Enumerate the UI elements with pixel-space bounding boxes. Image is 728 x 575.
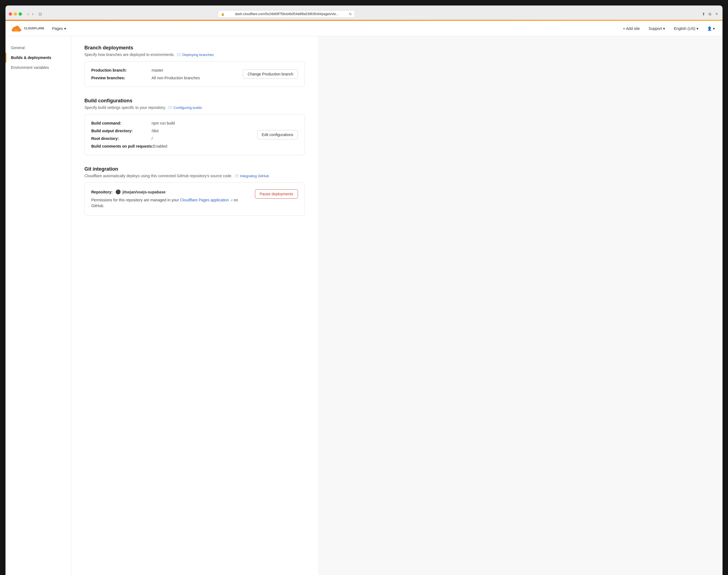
branch-deployments-card-inner: Production branch: master Preview branch… [91, 68, 298, 80]
branch-deployments-fields: Production branch: master Preview branch… [91, 68, 236, 80]
sidebar-item-builds-deployments[interactable]: Builds & deployments [5, 53, 71, 63]
reload-button[interactable]: ↻ [349, 12, 352, 16]
sidebar-item-builds-label: Builds & deployments [11, 56, 51, 60]
deploying-branches-link-label: Deploying branches [182, 53, 214, 57]
build-configurations-section: Build configurations Specify build setti… [84, 98, 305, 155]
back-button[interactable]: ‹ [26, 11, 30, 17]
address-text: dash.cloudflare.com/5e24b69f758cb4b054dd… [226, 12, 347, 16]
sidebar-toggle-button[interactable]: ⊡ [37, 11, 44, 17]
maximize-button[interactable] [19, 12, 22, 15]
build-configurations-title: Build configurations [84, 98, 305, 104]
support-label: Support [649, 26, 662, 31]
integrating-github-link[interactable]: 📄 Integrating GitHub [234, 174, 269, 178]
forward-button[interactable]: › [31, 11, 35, 17]
user-chevron: ▾ [713, 26, 715, 31]
git-integration-action: Pause deployments [248, 189, 298, 199]
git-integration-desc-text: Cloudflare automatically deploys using t… [84, 174, 232, 178]
add-site-button[interactable]: + Add site [621, 25, 642, 32]
add-site-label: + Add site [623, 26, 640, 31]
close-button[interactable] [9, 12, 12, 15]
sidebar-item-env-variables[interactable]: Environment variables [5, 63, 71, 72]
build-output-row: Build output directory: /dist [91, 129, 251, 133]
permissions-text: Permissions for this repository are mana… [91, 197, 248, 209]
pause-deployments-button[interactable]: Pause deployments [255, 189, 298, 199]
sidebar-item-general[interactable]: General [5, 43, 71, 53]
build-output-value: /dist [152, 129, 159, 133]
build-output-label: Build output directory: [91, 129, 152, 133]
share-button[interactable]: ⬆ [701, 11, 706, 17]
add-tab-button[interactable]: + [714, 11, 719, 17]
integrating-github-doc-icon: 📄 [234, 174, 239, 177]
build-comments-label: Build comments on pull requests: [91, 144, 153, 148]
cf-pages-link-text: Cloudflare Pages application [180, 198, 229, 202]
build-configurations-card-inner: Build command: npm run build Build outpu… [91, 121, 298, 148]
root-directory-value: / [152, 136, 153, 141]
support-button[interactable]: Support ▾ [646, 25, 667, 32]
git-integration-title: Git integration [84, 166, 305, 172]
repository-name: jitsejan/vuejs-supabase [122, 190, 166, 194]
change-production-branch-button[interactable]: Change Production branch [243, 69, 298, 79]
branch-deployments-title: Branch deployments [84, 45, 305, 51]
preview-branches-row: Preview branches: All non-Production bra… [91, 76, 236, 80]
sidebar: General Builds & deployments Environment… [5, 36, 71, 575]
traffic-lights [9, 12, 22, 15]
configuring-builds-link-label: Configuring builds [174, 106, 202, 110]
build-configurations-desc: Specify build settings specific to your … [84, 105, 305, 110]
git-integration-section: Git integration Cloudflare automatically… [84, 166, 305, 215]
build-comments-row: Build comments on pull requests: Enabled [91, 144, 251, 148]
preview-branches-value: All non-Production branches [152, 76, 200, 80]
build-configurations-action: Edit configurations [251, 130, 298, 139]
root-directory-row: Root directory: / [91, 136, 251, 141]
git-integration-desc: Cloudflare automatically deploys using t… [84, 174, 305, 178]
build-command-value: npm run build [152, 121, 175, 125]
branch-deployments-card: Production branch: master Preview branch… [84, 61, 305, 87]
minimize-button[interactable] [14, 12, 17, 15]
sidebar-item-env-label: Environment variables [11, 65, 49, 70]
branch-deployments-action: Change Production branch [236, 69, 298, 79]
doc-icon: 📄 [177, 53, 181, 56]
language-button[interactable]: English (US) ▾ [671, 25, 701, 32]
deploying-branches-link[interactable]: 📄 Deploying branches [177, 53, 214, 57]
repository-row: Repository: ⚫ jitsejan/vuejs-supabase [91, 189, 248, 195]
repository-label: Repository: [91, 190, 113, 194]
branch-deployments-desc-text: Specify how branches are deployed to env… [84, 53, 175, 57]
user-button[interactable]: 👤 ▾ [705, 25, 717, 32]
header-right: + Add site Support ▾ English (US) ▾ 👤 ▾ [621, 25, 717, 32]
browser-actions: ⬆ ⧉ [701, 11, 712, 17]
pages-nav-chevron: ▾ [64, 26, 66, 31]
build-command-label: Build command: [91, 121, 152, 125]
configuring-builds-doc-icon: 📄 [168, 106, 172, 109]
preview-branches-label: Preview branches: [91, 76, 152, 80]
edit-configurations-button[interactable]: Edit configurations [257, 130, 298, 139]
production-branch-value: master [152, 68, 163, 72]
cloudflare-logo-text: CLOUDFLARE [24, 27, 44, 30]
git-integration-card: Repository: ⚫ jitsejan/vuejs-supabase Pe… [84, 182, 305, 215]
sidebar-item-general-label: General [11, 45, 25, 50]
build-comments-value: Enabled [153, 144, 167, 148]
add-bookmark-button[interactable]: ⧉ [708, 11, 712, 17]
root-directory-label: Root directory: [91, 136, 152, 141]
address-bar[interactable]: 🔒 dash.cloudflare.com/5e24b69f758cb4b054… [218, 10, 355, 18]
cf-pages-application-link[interactable]: Cloudflare Pages application ↗ [180, 198, 234, 202]
branch-deployments-desc: Specify how branches are deployed to env… [84, 53, 305, 57]
git-card-inner: Repository: ⚫ jitsejan/vuejs-supabase Pe… [91, 189, 298, 209]
build-configurations-fields: Build command: npm run build Build outpu… [91, 121, 251, 148]
git-card-fields: Repository: ⚫ jitsejan/vuejs-supabase Pe… [91, 189, 248, 209]
header-nav: Pages ▾ [50, 25, 68, 32]
cloudflare-logo: CLOUDFLARE [11, 25, 44, 32]
configuring-builds-link[interactable]: 📄 Configuring builds [168, 106, 202, 110]
lock-icon: 🔒 [221, 12, 225, 16]
pages-nav-item[interactable]: Pages ▾ [50, 25, 68, 32]
language-label: English (US) [674, 26, 695, 31]
build-configurations-desc-text: Specify build settings specific to your … [84, 105, 166, 110]
nav-buttons: ‹ › [26, 11, 35, 17]
build-configurations-card: Build command: npm run build Build outpu… [84, 114, 305, 155]
user-icon: 👤 [707, 26, 712, 31]
github-icon: ⚫ [115, 189, 121, 195]
cloudflare-cloud-icon [11, 25, 22, 32]
pages-nav-label: Pages [52, 26, 63, 31]
external-link-icon: ↗ [230, 199, 233, 202]
content-area: Branch deployments Specify how branches … [71, 36, 318, 575]
browser-chrome: ‹ › ⊡ 🔒 dash.cloudflare.com/5e24b69f758c… [5, 5, 723, 20]
production-branch-row: Production branch: master [91, 68, 236, 72]
